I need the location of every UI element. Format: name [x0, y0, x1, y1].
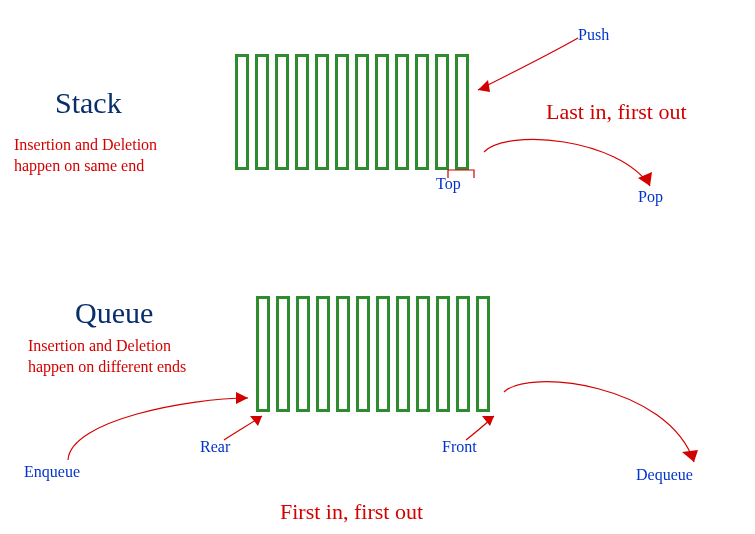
stack-bar — [235, 54, 249, 170]
queue-bar — [276, 296, 290, 412]
queue-title: Queue — [75, 296, 153, 330]
stack-bar — [275, 54, 289, 170]
svg-marker-3 — [250, 416, 262, 426]
stack-caption: Insertion and Deletion happen on same en… — [14, 135, 157, 177]
stack-bar — [455, 54, 469, 170]
queue-bar — [456, 296, 470, 412]
queue-bar — [336, 296, 350, 412]
queue-principle: First in, first out — [280, 498, 423, 527]
queue-caption: Insertion and Deletion happen on differe… — [28, 336, 186, 378]
stack-bars — [235, 54, 469, 170]
queue-bar — [476, 296, 490, 412]
stack-bar — [295, 54, 309, 170]
push-arrow-icon — [470, 34, 610, 104]
rear-arrow-icon — [220, 412, 280, 448]
svg-marker-0 — [478, 80, 490, 92]
queue-bar — [396, 296, 410, 412]
stack-bar — [335, 54, 349, 170]
queue-bar — [356, 296, 370, 412]
stack-bar — [255, 54, 269, 170]
svg-marker-2 — [236, 392, 248, 404]
stack-bar — [355, 54, 369, 170]
dequeue-arrow-icon — [498, 364, 708, 474]
stack-bar — [395, 54, 409, 170]
stack-title: Stack — [55, 86, 122, 120]
queue-bar — [376, 296, 390, 412]
svg-marker-4 — [482, 416, 494, 426]
stack-bar — [435, 54, 449, 170]
queue-bar — [296, 296, 310, 412]
queue-bars — [256, 296, 490, 412]
queue-bar — [436, 296, 450, 412]
stack-bar — [375, 54, 389, 170]
top-arrow-icon — [444, 168, 484, 182]
stack-bar — [415, 54, 429, 170]
stack-bar — [315, 54, 329, 170]
pop-arrow-icon — [478, 124, 668, 204]
queue-bar — [416, 296, 430, 412]
queue-bar — [316, 296, 330, 412]
svg-marker-5 — [682, 450, 698, 462]
